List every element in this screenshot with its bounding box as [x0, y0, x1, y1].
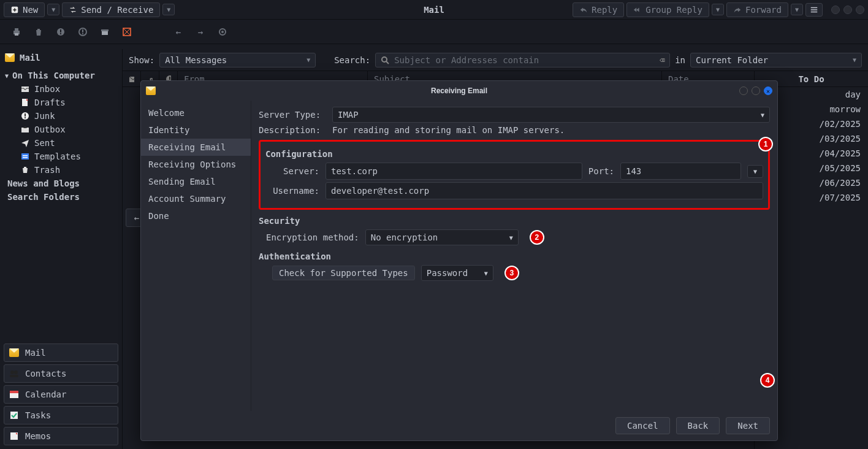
annotation-badge-4: 4: [760, 373, 775, 388]
username-label: Username:: [265, 186, 319, 196]
dialog-maximize-icon[interactable]: [752, 86, 760, 95]
nav-back-icon[interactable]: ←: [173, 26, 184, 37]
annotation-badge-2: 2: [530, 230, 544, 245]
port-label: Port:: [588, 166, 614, 176]
svg-rect-18: [25, 113, 26, 117]
username-input[interactable]: [326, 182, 763, 199]
new-button[interactable]: New: [4, 2, 45, 17]
search-label: Search:: [334, 55, 370, 65]
tree-search-folders[interactable]: Search Folders: [0, 190, 122, 204]
mail-icon: [146, 86, 156, 95]
forward-dropdown[interactable]: ▼: [791, 4, 803, 15]
cancel-button[interactable]: Cancel: [615, 417, 670, 434]
filter-bar: Show: All Messages ▼ Search: Subject or …: [123, 49, 868, 71]
dialog-buttons: Cancel Back Next: [141, 411, 777, 440]
maximize-icon[interactable]: [843, 6, 852, 14]
col-envelope-icon[interactable]: [123, 71, 141, 86]
show-combo[interactable]: All Messages ▼: [159, 53, 316, 67]
print-icon[interactable]: [11, 26, 22, 37]
folder-inbox[interactable]: Inbox: [0, 82, 122, 96]
dialog-close-icon[interactable]: ✕: [764, 86, 772, 95]
folder-sent[interactable]: Sent: [0, 136, 122, 150]
svg-rect-28: [10, 391, 18, 393]
menu-button[interactable]: [805, 3, 823, 17]
section-configuration: Configuration: [265, 149, 763, 159]
svg-rect-19: [25, 117, 26, 118]
step-receiving-options[interactable]: Receiving Options: [141, 156, 251, 173]
next-button[interactable]: Next: [726, 417, 770, 434]
section-authentication: Authentication: [259, 251, 770, 261]
stop-icon[interactable]: [217, 26, 228, 37]
clear-search-icon[interactable]: ⌫: [660, 55, 664, 65]
auth-type-select[interactable]: Password▼: [421, 265, 493, 281]
svg-rect-3: [15, 33, 18, 36]
step-identity[interactable]: Identity: [141, 121, 251, 139]
svg-point-25: [14, 370, 18, 374]
section-security: Security: [259, 216, 770, 226]
nav-forward-icon[interactable]: →: [195, 26, 206, 37]
secondary-toolbar: ← →: [0, 20, 868, 44]
back-button[interactable]: Back: [676, 417, 720, 434]
close-window-icon[interactable]: [856, 6, 864, 14]
flag-icon[interactable]: [121, 26, 132, 37]
nav-memos[interactable]: Memos: [4, 427, 118, 445]
folder-trash[interactable]: Trash: [0, 163, 122, 177]
send-receive-dropdown[interactable]: ▼: [162, 4, 175, 15]
forward-button[interactable]: Forward: [726, 2, 788, 17]
folder-junk[interactable]: Junk: [0, 109, 122, 123]
svg-rect-6: [60, 33, 61, 34]
show-label: Show:: [129, 55, 154, 65]
svg-point-31: [382, 57, 387, 62]
new-dropdown[interactable]: ▼: [47, 4, 59, 15]
port-input[interactable]: [620, 163, 741, 180]
svg-rect-22: [23, 155, 28, 156]
sidebar-header: Mail: [0, 49, 122, 66]
configuration-highlight: 1 Configuration Server: Port: ▼ Username…: [259, 140, 770, 210]
mail-icon: [9, 348, 19, 357]
nav-mail[interactable]: Mail: [4, 343, 118, 362]
step-done[interactable]: Done: [141, 207, 251, 224]
not-junk-icon[interactable]: [77, 26, 88, 37]
step-sending-email[interactable]: Sending Email: [141, 173, 251, 190]
nav-calendar[interactable]: Calendar: [4, 385, 118, 404]
archive-icon[interactable]: [99, 26, 110, 37]
step-receiving-email[interactable]: Receiving Email: [141, 139, 251, 156]
server-input[interactable]: [326, 163, 582, 180]
reply-button[interactable]: Reply: [573, 2, 624, 17]
svg-rect-23: [23, 157, 28, 158]
dialog-minimize-icon[interactable]: [739, 86, 748, 95]
tree-news[interactable]: News and Blogs: [0, 177, 122, 190]
sidebar-title: Mail: [20, 53, 40, 63]
server-type-select[interactable]: IMAP▼: [332, 107, 770, 123]
scope-combo[interactable]: Current Folder▼: [690, 53, 862, 67]
send-receive-label: Send / Receive: [81, 5, 153, 15]
group-reply-label: Group Reply: [645, 5, 702, 15]
folder-drafts[interactable]: Drafts: [0, 96, 122, 109]
svg-point-24: [10, 370, 14, 374]
folder-outbox[interactable]: Outbox: [0, 123, 122, 136]
svg-rect-2: [15, 28, 18, 31]
encryption-select[interactable]: No encryption▼: [365, 229, 519, 245]
folder-tree: ▼On This Computer Inbox Drafts Junk Outb…: [0, 66, 122, 206]
step-welcome[interactable]: Welcome: [141, 104, 251, 121]
junk-icon[interactable]: [55, 26, 66, 37]
check-supported-types-button[interactable]: Check for Supported Types: [272, 266, 415, 280]
bottom-nav: Mail Contacts Calendar Tasks Memos: [0, 340, 122, 449]
description-label: Description:: [259, 125, 326, 135]
search-input[interactable]: Subject or Addresses contain ⌫: [375, 53, 670, 67]
folder-templates[interactable]: Templates: [0, 150, 122, 163]
nav-tasks[interactable]: Tasks: [4, 406, 118, 424]
in-label: in: [675, 55, 685, 65]
svg-rect-10: [101, 29, 108, 31]
group-reply-button[interactable]: Group Reply: [626, 2, 709, 17]
port-dropdown[interactable]: ▼: [747, 165, 763, 178]
nav-contacts[interactable]: Contacts: [4, 364, 118, 383]
trash-icon[interactable]: [33, 26, 44, 37]
step-account-summary[interactable]: Account Summary: [141, 190, 251, 207]
svg-rect-5: [60, 29, 61, 33]
minimize-icon[interactable]: [831, 6, 840, 14]
server-label: Server:: [265, 166, 319, 176]
send-receive-button[interactable]: Send / Receive: [62, 2, 160, 17]
group-reply-dropdown[interactable]: ▼: [712, 4, 724, 15]
tree-root[interactable]: ▼On This Computer: [0, 69, 122, 82]
